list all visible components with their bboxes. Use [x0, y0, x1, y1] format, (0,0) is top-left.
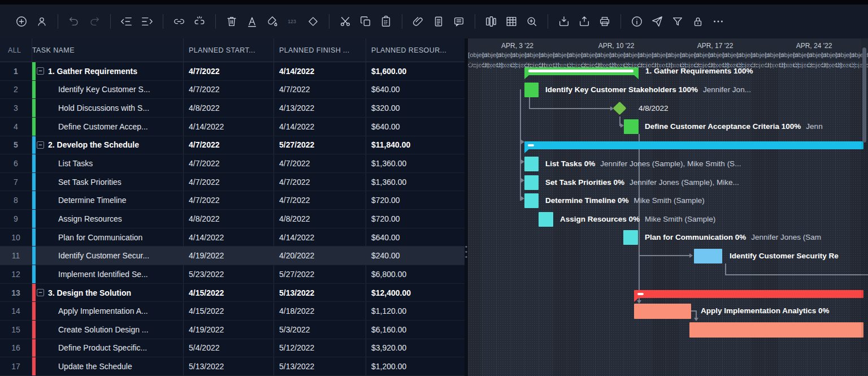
gantt-bar[interactable]: [539, 212, 553, 227]
row-number[interactable]: 4: [0, 118, 32, 136]
task-name-cell[interactable]: − Plan for Communication: [32, 228, 184, 247]
toolbar-button[interactable]: [688, 11, 708, 32]
planned-finish-cell[interactable]: 4/14/2022: [274, 228, 366, 247]
table-row[interactable]: 12 − Implement Identified Se... 5/23/202…: [0, 265, 465, 284]
planned-start-cell[interactable]: 4/15/2022: [184, 284, 274, 302]
planned-start-cell[interactable]: 4/7/2022: [184, 62, 274, 80]
task-name-cell[interactable]: − 3. Design the Solution: [32, 284, 184, 302]
planned-start-cell[interactable]: 4/7/2022: [184, 136, 274, 154]
planned-start-cell[interactable]: 5/13/2022: [184, 357, 274, 375]
gantt-scrollbar-thumb[interactable]: [862, 47, 866, 142]
table-row[interactable]: 17 − Update the Schedule 5/13/2022 5/13/…: [0, 357, 465, 376]
task-name-cell[interactable]: − Define Customer Accep...: [32, 118, 184, 136]
task-name-cell[interactable]: − Implement Identified Se...: [32, 265, 184, 283]
row-number[interactable]: 10: [0, 228, 32, 247]
gantt-bar[interactable]: [624, 119, 639, 134]
toolbar-button[interactable]: [501, 11, 522, 32]
table-row[interactable]: 15 − Create Solution Design ... 4/19/202…: [0, 321, 465, 339]
planned-finish-cell[interactable]: 4/7/2022: [274, 81, 366, 99]
table-row[interactable]: 5 − 2. Develop the Schedule 4/7/2022 5/2…: [0, 136, 465, 155]
toolbar-button[interactable]: [522, 11, 542, 32]
planned-resources-cell[interactable]: $640.00: [366, 81, 465, 99]
planned-finish-cell[interactable]: 5/13/2022: [274, 284, 366, 302]
toolbar-button[interactable]: [554, 11, 574, 32]
planned-finish-cell[interactable]: 5/27/2022: [274, 265, 366, 283]
planned-resources-cell[interactable]: $640.00: [366, 118, 465, 136]
header-planned-resources[interactable]: PLANNED RESOUR...: [366, 38, 465, 62]
gantt-bar[interactable]: [634, 290, 863, 298]
planned-start-cell[interactable]: 4/8/2022: [184, 210, 274, 228]
task-name-cell[interactable]: − Apply Implementation A...: [32, 302, 184, 320]
table-row[interactable]: 9 − Assign Resources 4/8/2022 4/8/2022 $…: [0, 210, 465, 228]
row-number[interactable]: 14: [0, 302, 32, 320]
toolbar-button[interactable]: [335, 11, 355, 32]
task-name-cell[interactable]: − Identify Key Customer S...: [32, 81, 184, 99]
toolbar-button[interactable]: [262, 11, 283, 32]
toolbar-button[interactable]: [64, 11, 84, 32]
row-number[interactable]: 15: [0, 321, 32, 339]
gantt-bar[interactable]: [623, 230, 638, 245]
planned-finish-cell[interactable]: 4/14/2022: [274, 118, 366, 136]
table-row[interactable]: 4 − Define Customer Accep... 4/14/2022 4…: [0, 118, 465, 136]
task-name-cell[interactable]: − Identify Customer Secur...: [32, 247, 184, 265]
planned-start-cell[interactable]: 5/4/2022: [184, 339, 274, 357]
planned-finish-cell[interactable]: 4/20/2022: [274, 247, 366, 265]
planned-resources-cell[interactable]: $6,800.00: [366, 265, 465, 283]
header-planned-finish[interactable]: PLANNED FINISH ...: [274, 38, 366, 62]
planned-start-cell[interactable]: 4/14/2022: [184, 228, 274, 247]
toolbar-button[interactable]: [449, 11, 469, 32]
planned-resources-cell[interactable]: $3,920.00: [366, 339, 465, 357]
toolbar-button[interactable]: [84, 11, 105, 32]
toolbar-button[interactable]: [303, 11, 323, 32]
planned-resources-cell[interactable]: $1,360.00: [366, 154, 465, 172]
toolbar-button[interactable]: [428, 11, 449, 32]
planned-resources-cell[interactable]: $1,600.00: [366, 62, 465, 80]
planned-start-cell[interactable]: 4/7/2022: [184, 173, 274, 191]
task-name-cell[interactable]: − Set Task Priorities: [32, 173, 184, 191]
toolbar-button[interactable]: [408, 11, 428, 32]
planned-finish-cell[interactable]: 5/13/2022: [274, 357, 366, 375]
task-name-cell[interactable]: − Create Solution Design ...: [32, 321, 184, 339]
row-number[interactable]: 13: [0, 284, 32, 302]
row-number[interactable]: 12: [0, 265, 32, 283]
task-name-cell[interactable]: − Define Product Specific...: [32, 339, 184, 357]
planned-start-cell[interactable]: 5/23/2022: [184, 265, 274, 283]
table-row[interactable]: 8 − Determine Timeline 4/7/2022 4/7/2022…: [0, 191, 465, 210]
toolbar-button[interactable]: [481, 11, 501, 32]
table-row[interactable]: 14 − Apply Implementation A... 4/15/2022…: [0, 302, 465, 321]
table-row[interactable]: 6 − List Tasks 4/7/2022 4/7/2022 $1,360.…: [0, 154, 465, 173]
table-row[interactable]: 16 − Define Product Specific... 5/4/2022…: [0, 339, 465, 358]
planned-finish-cell[interactable]: 5/27/2022: [274, 136, 366, 154]
planned-finish-cell[interactable]: 4/7/2022: [274, 173, 366, 191]
collapse-toggle-icon[interactable]: −: [37, 289, 44, 296]
planned-start-cell[interactable]: 4/15/2022: [184, 302, 274, 320]
planned-resources-cell[interactable]: $640.00: [366, 228, 465, 247]
row-number[interactable]: 6: [0, 154, 32, 172]
planned-finish-cell[interactable]: 4/13/2022: [274, 99, 366, 117]
gantt-bar[interactable]: [694, 249, 722, 263]
table-row[interactable]: 13 − 3. Design the Solution 4/15/2022 5/…: [0, 284, 465, 302]
gantt-bar[interactable]: [689, 322, 863, 338]
task-name-cell[interactable]: − Determine Timeline: [32, 191, 184, 209]
gantt-bar[interactable]: [524, 175, 539, 190]
row-number[interactable]: 17: [0, 357, 32, 375]
row-number[interactable]: 7: [0, 173, 32, 191]
planned-start-cell[interactable]: 4/7/2022: [184, 154, 274, 172]
planned-finish-cell[interactable]: 4/18/2022: [274, 302, 366, 320]
row-number[interactable]: 2: [0, 81, 32, 99]
planned-start-cell[interactable]: 4/7/2022: [184, 81, 274, 99]
row-number[interactable]: 16: [0, 339, 32, 357]
planned-resources-cell[interactable]: $720.00: [366, 210, 465, 228]
table-row[interactable]: 2 − Identify Key Customer S... 4/7/2022 …: [0, 81, 465, 100]
task-name-cell[interactable]: − Hold Discussions with S...: [32, 99, 184, 117]
gantt-bar[interactable]: [524, 67, 639, 75]
gantt-bar[interactable]: [524, 193, 539, 208]
table-row[interactable]: 10 − Plan for Communication 4/14/2022 4/…: [0, 228, 465, 247]
toolbar-button[interactable]: [627, 11, 647, 32]
header-task-name[interactable]: TASK NAME: [32, 38, 184, 62]
task-name-cell[interactable]: − 1. Gather Requirements: [32, 62, 184, 80]
planned-resources-cell[interactable]: $11,840.00: [366, 136, 465, 154]
planned-resources-cell[interactable]: $720.00: [366, 191, 465, 209]
planned-start-cell[interactable]: 4/19/2022: [184, 247, 274, 265]
toolbar-button[interactable]: [116, 11, 137, 32]
